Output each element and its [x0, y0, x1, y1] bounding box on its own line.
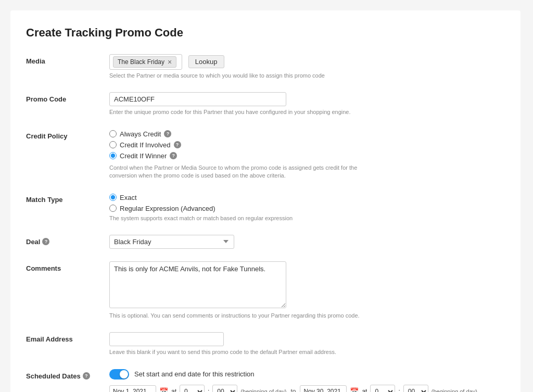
email-label: Email Address: [26, 332, 109, 343]
end-hour-select[interactable]: 012: [370, 385, 395, 392]
match-type-row: Match Type Exact Regular Expression (Adv…: [26, 193, 500, 222]
credit-policy-label: Credit Policy: [26, 129, 109, 140]
to-label: to: [289, 388, 297, 392]
promo-code-row: Promo Code Enter the unique promo code f…: [26, 92, 500, 116]
match-regex-label: Regular Expression (Advanced): [120, 205, 215, 212]
credit-involved-label: Credit If Involved: [120, 141, 171, 149]
promo-code-help: Enter the unique promo code for this Par…: [109, 108, 500, 116]
email-row: Email Address Leave this blank if you wa…: [26, 332, 500, 356]
end-minute-select[interactable]: 00153045: [403, 385, 428, 392]
comments-row: Comments This is only for ACME Anvils, n…: [26, 261, 500, 320]
email-content: Leave this blank if you want to send thi…: [109, 332, 500, 356]
match-type-options: Exact Regular Expression (Advanced): [109, 193, 500, 212]
lookup-button[interactable]: Lookup: [188, 55, 224, 68]
match-regex-option[interactable]: Regular Expression (Advanced): [109, 205, 500, 212]
match-regex-radio[interactable]: [109, 205, 117, 212]
winner-help-icon[interactable]: ?: [170, 152, 177, 159]
match-exact-label: Exact: [120, 194, 137, 201]
toggle-label: Set start and end date for this restrict…: [134, 370, 255, 378]
credit-involved-radio[interactable]: [109, 141, 117, 148]
credit-always-option[interactable]: Always Credit ?: [109, 130, 500, 138]
deal-select[interactable]: Black Friday Summer Sale Winter Deal: [109, 235, 234, 249]
credit-always-label: Always Credit: [120, 130, 161, 138]
end-date-input[interactable]: [300, 385, 347, 392]
credit-winner-label: Credit If Winner: [120, 152, 167, 160]
date-row: 📅 at 0123 4567 891011 12 : 00153045 (beg…: [109, 385, 500, 392]
media-tag-remove[interactable]: ×: [168, 58, 172, 66]
match-type-label: Match Type: [26, 193, 109, 204]
deal-row: Deal ? Black Friday Summer Sale Winter D…: [26, 235, 500, 249]
media-content: The Black Friday × Lookup Select the Par…: [109, 54, 500, 80]
match-type-help: The system supports exact match or match…: [109, 214, 500, 222]
match-type-content: Exact Regular Expression (Advanced) The …: [109, 193, 500, 222]
credit-policy-help: Control when the Partner or Media Source…: [109, 164, 370, 180]
credit-winner-option[interactable]: Credit If Winner ?: [109, 152, 500, 160]
page-title: Create Tracking Promo Code: [26, 26, 500, 40]
match-exact-radio[interactable]: [109, 194, 117, 201]
match-exact-option[interactable]: Exact: [109, 194, 500, 201]
scheduled-dates-label: Scheduled Dates ?: [26, 369, 109, 380]
always-help-icon[interactable]: ?: [164, 130, 171, 137]
scheduled-toggle[interactable]: [109, 369, 129, 380]
deal-content: Black Friday Summer Sale Winter Deal: [109, 235, 500, 249]
promo-code-label: Promo Code: [26, 92, 109, 103]
comments-textarea[interactable]: This is only for ACME Anvils, not for Fa…: [109, 261, 286, 308]
media-help-text: Select the Partner or media source to wh…: [109, 72, 500, 80]
promo-code-content: Enter the unique promo code for this Par…: [109, 92, 500, 116]
deal-label: Deal ?: [26, 235, 109, 246]
scheduled-dates-help-icon[interactable]: ?: [83, 372, 90, 380]
start-day-label: (beginning of day): [240, 388, 286, 392]
colon-2: :: [398, 388, 400, 392]
media-row: Media The Black Friday × Lookup Select t…: [26, 54, 500, 80]
scheduled-dates-row: Scheduled Dates ? Set start and end date…: [26, 369, 500, 392]
start-date-input[interactable]: [109, 385, 156, 392]
colon-1: :: [208, 388, 209, 392]
credit-policy-row: Credit Policy Always Credit ? Credit If …: [26, 129, 500, 180]
at-label-1: at: [171, 388, 176, 392]
end-day-label: (beginning of day): [432, 388, 477, 392]
involved-help-icon[interactable]: ?: [174, 141, 181, 148]
credit-winner-radio[interactable]: [109, 152, 117, 159]
at-label-2: at: [362, 388, 367, 392]
comments-content: This is only for ACME Anvils, not for Fa…: [109, 261, 500, 320]
start-hour-select[interactable]: 0123 4567 891011 12: [180, 385, 205, 392]
end-date-calendar-icon[interactable]: 📅: [350, 387, 359, 392]
comments-label: Comments: [26, 261, 109, 272]
media-label: Media: [26, 54, 109, 65]
toggle-wrapper: Set start and end date for this restrict…: [109, 369, 500, 380]
credit-policy-options: Always Credit ? Credit If Involved ? Cre…: [109, 129, 500, 160]
promo-code-input[interactable]: [109, 92, 286, 106]
deal-help-icon[interactable]: ?: [42, 238, 49, 245]
scheduled-dates-content: Set start and end date for this restrict…: [109, 369, 500, 392]
credit-always-radio[interactable]: [109, 130, 117, 137]
credit-policy-content: Always Credit ? Credit If Involved ? Cre…: [109, 129, 500, 180]
email-input[interactable]: [109, 332, 224, 346]
email-help: Leave this blank if you want to send thi…: [109, 348, 500, 356]
start-minute-select[interactable]: 00153045: [212, 385, 237, 392]
comments-help: This is optional. You can send comments …: [109, 312, 500, 320]
start-date-calendar-icon[interactable]: 📅: [159, 387, 168, 392]
page-container: Create Tracking Promo Code Media The Bla…: [10, 10, 521, 392]
credit-involved-option[interactable]: Credit If Involved ?: [109, 141, 500, 149]
media-tag: The Black Friday ×: [113, 56, 176, 68]
